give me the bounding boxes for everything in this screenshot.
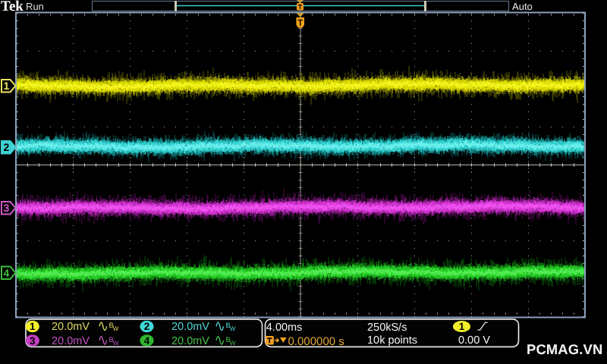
svg-text:4: 4 (4, 267, 10, 279)
svg-text:1: 1 (30, 321, 36, 332)
svg-text:W: W (230, 325, 236, 332)
svg-text:1: 1 (459, 321, 465, 332)
svg-text:10k points: 10k points (367, 334, 417, 347)
svg-text:20.0mV: 20.0mV (171, 321, 209, 333)
svg-text:W: W (113, 325, 119, 332)
svg-text:Auto: Auto (512, 1, 533, 12)
svg-text:0.000000 s: 0.000000 s (288, 335, 344, 348)
svg-text:3: 3 (4, 202, 10, 214)
svg-text:20.0mV: 20.0mV (52, 335, 90, 347)
svg-text:PCMAG.VN: PCMAG.VN (527, 341, 602, 357)
svg-text:250kS/s: 250kS/s (367, 322, 407, 334)
svg-text:20.0mV: 20.0mV (52, 321, 90, 333)
svg-text:0.00 V: 0.00 V (458, 334, 490, 347)
svg-text:2: 2 (4, 141, 10, 153)
svg-text:4.00ms: 4.00ms (266, 322, 303, 334)
svg-text:Run: Run (26, 1, 44, 12)
svg-text:Tek: Tek (1, 0, 24, 14)
svg-text:W: W (230, 340, 236, 347)
svg-text:1: 1 (4, 80, 10, 92)
svg-text:W: W (113, 340, 119, 347)
svg-text:4: 4 (144, 335, 150, 347)
svg-text:2: 2 (144, 321, 150, 332)
svg-text:3: 3 (30, 335, 36, 347)
svg-text:20.0mV: 20.0mV (171, 335, 209, 347)
